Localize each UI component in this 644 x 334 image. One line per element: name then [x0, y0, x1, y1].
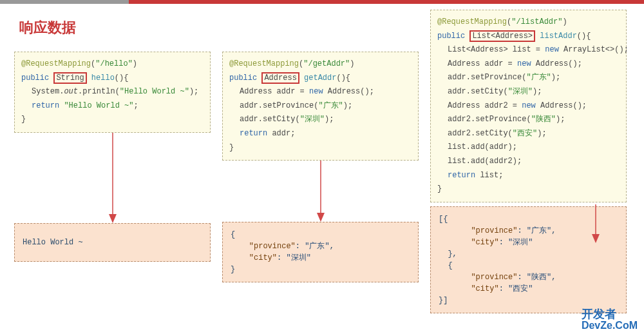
svg-marker-5: [592, 234, 600, 243]
string: "深圳": [508, 87, 533, 96]
text: addr.setCity(: [448, 87, 508, 96]
annotation: @RequestMapping: [229, 59, 299, 68]
text: );: [343, 101, 352, 110]
text: (){: [115, 74, 129, 83]
text: );: [533, 87, 542, 96]
keyword: return: [32, 101, 59, 110]
paren: ): [562, 17, 567, 26]
string: "陕西": [531, 115, 556, 124]
annotation: @RequestMapping: [21, 59, 91, 68]
top-accent-bar: [0, 0, 644, 4]
json-value: "深圳": [286, 253, 310, 262]
page-title: 响应数据: [19, 18, 76, 37]
output-box-getaddr: { "province": "广东", "city": "深圳" }: [222, 222, 419, 282]
text: addr2.setProvince(: [448, 115, 531, 124]
output-box-hello: Hello World ~: [14, 223, 211, 262]
json-brace: },: [448, 250, 457, 259]
text: Address addr =: [240, 87, 309, 96]
keyword: public: [229, 74, 257, 83]
text: );: [556, 115, 565, 124]
string: "/listAddr": [511, 17, 562, 26]
brace: }: [21, 115, 26, 124]
keyword: public: [437, 32, 465, 41]
json-value: "深圳": [508, 238, 533, 247]
brace: }: [437, 184, 442, 193]
keyword: new: [309, 87, 323, 96]
keyword: new: [522, 101, 536, 110]
string: "Hello World ~": [64, 101, 133, 110]
text: Address();: [536, 101, 587, 110]
arrow-down-icon: [591, 204, 601, 243]
json-key: "city": [249, 253, 277, 262]
text: list;: [475, 171, 503, 180]
text: ;: [133, 101, 138, 110]
json-key: "province": [249, 242, 296, 251]
code-box-listaddr: @RequestMapping("/listAddr") public List…: [430, 10, 627, 202]
json-brace: {: [448, 261, 452, 270]
paren: ): [350, 59, 354, 68]
text: );: [189, 87, 198, 96]
text: list.add(addr2);: [448, 157, 522, 166]
paren: ): [133, 59, 137, 68]
text: .println(: [78, 87, 120, 96]
text: addr.setProvince(: [240, 101, 318, 110]
keyword: return: [448, 171, 475, 180]
json-key: "province": [471, 273, 517, 282]
output-text: Hello World ~: [23, 237, 83, 248]
keyword: new: [545, 45, 559, 54]
highlighted-type: String: [53, 72, 86, 84]
text: Address addr2 =: [448, 101, 522, 110]
string: "/hello": [95, 59, 133, 68]
text: ArrayList<>();: [559, 45, 629, 54]
text: (){: [577, 32, 591, 41]
text: Address();: [531, 59, 582, 68]
string: "/getAddr": [303, 59, 350, 68]
svg-marker-3: [317, 213, 325, 222]
arrow-down-icon: [316, 161, 326, 222]
keyword: return: [240, 129, 267, 138]
text: );: [325, 115, 334, 124]
svg-marker-1: [109, 214, 117, 223]
text: addr2.setCity(: [448, 129, 513, 138]
method-name: listAddr: [540, 32, 577, 41]
string: "广东": [318, 101, 343, 110]
watermark-line2: DevZe.CoM: [582, 320, 638, 331]
text: );: [537, 129, 546, 138]
json-value: "广东": [527, 226, 551, 235]
column-getaddr: @RequestMapping("/getAddr") public Addre…: [222, 52, 419, 313]
text: System.: [32, 87, 64, 96]
text: List<Address> list =: [448, 45, 545, 54]
code-box-getaddr: @RequestMapping("/getAddr") public Addre…: [222, 52, 419, 161]
string: "深圳": [300, 115, 325, 124]
json-key: "city": [471, 284, 498, 293]
string: "Hello World ~": [120, 87, 189, 96]
text: addr.setCity(: [240, 115, 300, 124]
field: out: [64, 87, 78, 96]
highlighted-type: Address: [261, 72, 299, 84]
brace: }: [229, 143, 234, 152]
text: Address();: [323, 87, 374, 96]
json-brace: {: [231, 229, 410, 241]
json-brace: }]: [439, 295, 618, 306]
json-brace: }: [231, 264, 410, 275]
highlighted-type: List<Address>: [469, 30, 535, 42]
annotation: @RequestMapping: [437, 17, 507, 26]
arrow-down-icon: [108, 133, 118, 223]
text: (){: [336, 74, 350, 83]
column-listaddr: @RequestMapping("/listAddr") public List…: [430, 10, 627, 313]
json-key: "city": [471, 238, 498, 247]
json-value: "陕西": [527, 273, 551, 282]
string: "广东": [526, 73, 551, 82]
string: "西安": [513, 129, 537, 138]
text: Address addr =: [448, 59, 517, 68]
keyword: public: [21, 74, 49, 83]
text: list.add(addr);: [448, 142, 517, 152]
method-name: getAddr: [304, 74, 336, 83]
code-box-hello: @RequestMapping("/hello") public String …: [14, 52, 211, 133]
keyword: new: [517, 59, 531, 68]
text: addr;: [267, 129, 295, 138]
json-value: "西安": [508, 284, 533, 293]
text: addr.setProvince(: [448, 73, 526, 82]
text: );: [551, 73, 560, 82]
json-value: "广东": [305, 242, 329, 251]
